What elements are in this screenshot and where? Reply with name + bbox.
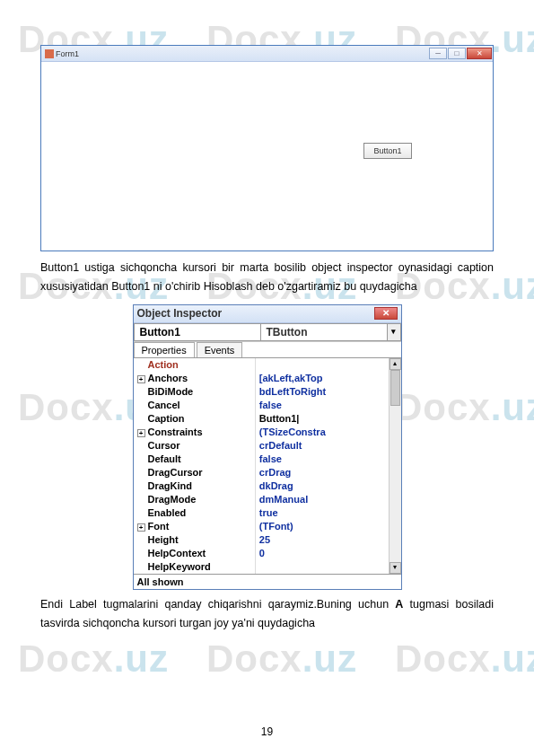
oi-component-selector[interactable]: Button1 TButton ▾ xyxy=(134,323,401,342)
property-name: HelpKeyword xyxy=(134,560,256,574)
property-name: DragMode xyxy=(134,493,256,506)
property-value[interactable]: false xyxy=(256,453,389,466)
oi-scrollbar[interactable]: ▴ ▾ xyxy=(389,358,401,574)
property-name: Cancel xyxy=(134,399,256,412)
property-name: Caption xyxy=(134,412,256,426)
oi-tabs: Properties Events xyxy=(134,342,401,358)
property-row[interactable]: DragKinddkDrag xyxy=(134,479,389,493)
app-icon xyxy=(45,49,54,58)
property-value[interactable]: Button1| xyxy=(256,412,389,426)
oi-selected-type: TButton xyxy=(260,323,387,341)
property-row[interactable]: Cancelfalse xyxy=(134,399,389,412)
property-value[interactable]: dmManual xyxy=(256,493,389,506)
property-row[interactable]: +Font(TFont) xyxy=(134,520,389,533)
oi-status: All shown xyxy=(134,574,401,589)
property-value[interactable]: crDrag xyxy=(256,466,389,479)
property-value[interactable]: 0 xyxy=(256,547,389,560)
property-name: HelpContext xyxy=(134,547,256,560)
maximize-button[interactable]: □ xyxy=(448,48,466,59)
window-controls: ─ □ ✕ xyxy=(429,48,493,59)
property-row[interactable]: HelpContext0 xyxy=(134,547,389,560)
form1-canvas[interactable]: Button1 xyxy=(41,62,493,251)
watermark: Docx.uz xyxy=(206,637,357,681)
property-name: +Anchors xyxy=(134,372,256,385)
scroll-up-icon[interactable]: ▴ xyxy=(390,358,401,370)
scroll-thumb[interactable] xyxy=(390,370,400,406)
property-name: Height xyxy=(134,533,256,547)
oi-title: Object Inspector xyxy=(137,307,223,320)
minimize-button[interactable]: ─ xyxy=(429,48,447,59)
tab-properties[interactable]: Properties xyxy=(134,342,195,357)
property-row[interactable]: DragModedmManual xyxy=(134,493,389,506)
paragraph-2: Endi Label tugmalarini qanday chiqarishn… xyxy=(40,595,494,634)
property-name: +Constraints xyxy=(134,426,256,439)
property-name: Default xyxy=(134,453,256,466)
property-name: BiDiMode xyxy=(134,385,256,399)
expand-icon[interactable]: + xyxy=(137,375,145,383)
watermark: Docx.uz xyxy=(395,637,534,681)
property-row[interactable]: BiDiModebdLeftToRight xyxy=(134,385,389,399)
form1-titlebar: Form1 ─ □ ✕ xyxy=(41,46,493,62)
paragraph-1: Button1 ustiga sichqoncha kursori bir ma… xyxy=(40,259,494,297)
property-name: Action xyxy=(134,358,256,372)
object-inspector: Object Inspector ✕ Button1 TButton ▾ Pro… xyxy=(133,304,402,590)
property-value[interactable]: 25 xyxy=(256,533,389,547)
property-row[interactable]: Height25 xyxy=(134,533,389,547)
expand-icon[interactable]: + xyxy=(137,429,145,437)
oi-selected-name: Button1 xyxy=(134,323,260,341)
tab-events[interactable]: Events xyxy=(197,342,243,357)
property-row[interactable]: Defaultfalse xyxy=(134,453,389,466)
property-value[interactable] xyxy=(256,560,389,574)
property-row[interactable]: CaptionButton1| xyxy=(134,412,389,426)
property-value[interactable] xyxy=(256,358,389,372)
oi-titlebar: Object Inspector ✕ xyxy=(134,305,401,323)
scroll-down-icon[interactable]: ▾ xyxy=(390,562,401,574)
oi-close-button[interactable]: ✕ xyxy=(374,307,398,320)
property-value[interactable]: crDefault xyxy=(256,439,389,453)
property-value[interactable]: (TFont) xyxy=(256,520,389,533)
property-name: DragCursor xyxy=(134,466,256,479)
property-row[interactable]: HelpKeyword xyxy=(134,560,389,574)
watermark: Docx.uz xyxy=(18,637,169,681)
property-row[interactable]: DragCursorcrDrag xyxy=(134,466,389,479)
property-name: Cursor xyxy=(134,439,256,453)
page-number: 19 xyxy=(0,725,534,738)
property-value[interactable]: bdLeftToRight xyxy=(256,385,389,399)
dropdown-icon[interactable]: ▾ xyxy=(387,323,401,341)
expand-icon[interactable]: + xyxy=(137,523,145,532)
property-row[interactable]: Enabledtrue xyxy=(134,506,389,520)
property-value[interactable]: [akLeft,akTop xyxy=(256,372,389,385)
form1-window: Form1 ─ □ ✕ Button1 xyxy=(40,45,494,251)
property-row[interactable]: CursorcrDefault xyxy=(134,439,389,453)
property-value[interactable]: (TSizeConstra xyxy=(256,426,389,439)
form1-title: Form1 xyxy=(45,49,79,58)
property-row[interactable]: +Anchors[akLeft,akTop xyxy=(134,372,389,385)
property-value[interactable]: true xyxy=(256,506,389,520)
property-row[interactable]: +Constraints(TSizeConstra xyxy=(134,426,389,439)
oi-property-grid[interactable]: Action+Anchors[akLeft,akTopBiDiModebdLef… xyxy=(134,358,389,574)
button1[interactable]: Button1 xyxy=(363,143,412,159)
property-value[interactable]: dkDrag xyxy=(256,479,389,493)
close-button[interactable]: ✕ xyxy=(467,48,492,59)
property-value[interactable]: false xyxy=(256,399,389,412)
property-row[interactable]: Action xyxy=(134,358,389,372)
property-name: +Font xyxy=(134,520,256,533)
property-name: DragKind xyxy=(134,479,256,493)
property-name: Enabled xyxy=(134,506,256,520)
